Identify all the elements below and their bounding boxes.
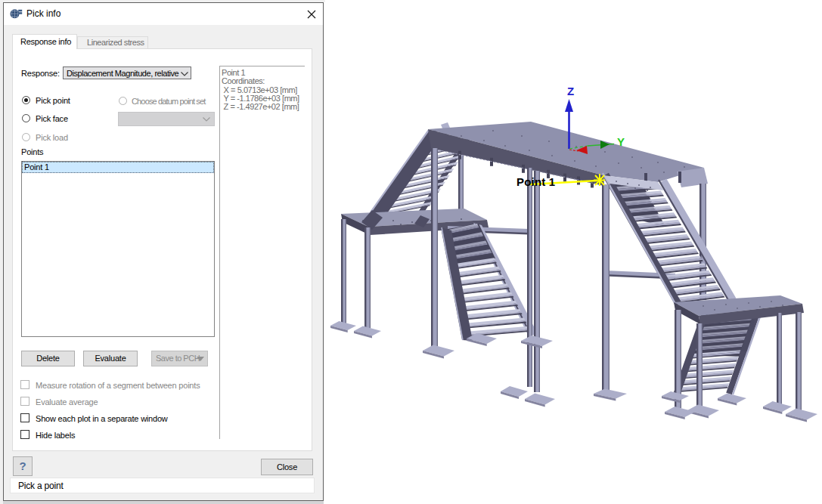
svg-text:Point 1: Point 1 — [516, 175, 555, 188]
svg-text:Z: Z — [567, 85, 574, 97]
svg-text:Y: Y — [617, 135, 625, 148]
